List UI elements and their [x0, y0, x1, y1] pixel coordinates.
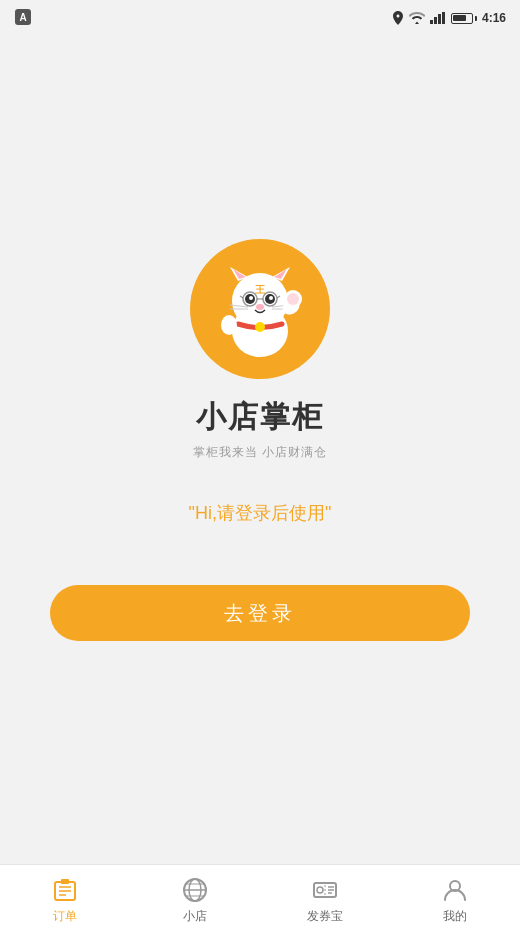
- app-subtitle: 掌柜我来当 小店财满仓: [193, 444, 327, 461]
- shop-icon: [181, 876, 209, 904]
- bottom-navigation: 订单 小店 发券宝: [0, 864, 520, 936]
- app-title: 小店掌柜: [196, 397, 324, 438]
- app-icon-status: A: [14, 8, 32, 29]
- svg-point-24: [287, 293, 299, 305]
- wifi-icon: [409, 12, 425, 24]
- svg-point-25: [221, 315, 237, 335]
- svg-point-14: [249, 296, 253, 300]
- svg-rect-36: [61, 879, 69, 884]
- time-display: 4:16: [482, 11, 506, 25]
- svg-text:A: A: [19, 12, 26, 23]
- coupon-icon: [311, 876, 339, 904]
- svg-rect-4: [438, 14, 441, 24]
- svg-rect-5: [442, 12, 445, 24]
- nav-label-mine: 我的: [443, 908, 467, 925]
- battery-icon: [451, 13, 477, 24]
- nav-label-coupon: 发券宝: [307, 908, 343, 925]
- nav-item-shop[interactable]: 小店: [160, 876, 230, 925]
- svg-point-43: [317, 887, 323, 893]
- svg-rect-2: [430, 20, 433, 24]
- logo-circle: 王: [190, 239, 330, 379]
- svg-rect-3: [434, 17, 437, 24]
- logo-area: 王 小店掌柜 掌柜我来当 小店财满仓: [190, 239, 330, 461]
- nav-label-shop: 小店: [183, 908, 207, 925]
- login-button[interactable]: 去登录: [50, 585, 470, 641]
- main-content: 王 小店掌柜 掌柜我来当 小店财满仓 "Hi,请登录后使用" 去登录: [0, 36, 520, 864]
- status-bar: A 4:16: [0, 0, 520, 36]
- lucky-cat-illustration: 王: [200, 249, 320, 369]
- mine-icon: [441, 876, 469, 904]
- svg-point-16: [256, 304, 264, 310]
- svg-point-15: [269, 296, 273, 300]
- nav-item-coupon[interactable]: 发券宝: [290, 876, 360, 925]
- svg-point-7: [232, 273, 288, 329]
- orders-icon: [51, 876, 79, 904]
- location-icon: [392, 11, 404, 25]
- status-icons: 4:16: [392, 11, 506, 25]
- nav-item-mine[interactable]: 我的: [420, 876, 490, 925]
- svg-point-21: [255, 322, 265, 332]
- nav-item-orders[interactable]: 订单: [30, 876, 100, 925]
- nav-label-orders: 订单: [53, 908, 77, 925]
- signal-icon: [430, 12, 446, 24]
- svg-text:王: 王: [255, 284, 266, 295]
- hi-message: "Hi,请登录后使用": [189, 501, 332, 525]
